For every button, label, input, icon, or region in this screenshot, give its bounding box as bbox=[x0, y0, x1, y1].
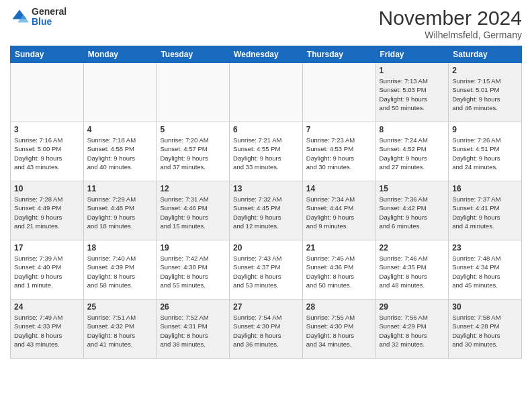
table-row: 26Sunrise: 7:52 AM Sunset: 4:31 PM Dayli… bbox=[157, 300, 230, 359]
day-info: Sunrise: 7:58 AM Sunset: 4:28 PM Dayligh… bbox=[452, 313, 518, 349]
table-row: 10Sunrise: 7:28 AM Sunset: 4:49 PM Dayli… bbox=[11, 181, 84, 240]
table-row: 3Sunrise: 7:16 AM Sunset: 5:00 PM Daylig… bbox=[11, 122, 84, 181]
table-row: 11Sunrise: 7:29 AM Sunset: 4:48 PM Dayli… bbox=[83, 181, 157, 240]
table-row: 30Sunrise: 7:58 AM Sunset: 4:28 PM Dayli… bbox=[449, 300, 522, 359]
table-row: 16Sunrise: 7:37 AM Sunset: 4:41 PM Dayli… bbox=[449, 181, 522, 240]
day-info: Sunrise: 7:28 AM Sunset: 4:49 PM Dayligh… bbox=[14, 195, 80, 230]
day-info: Sunrise: 7:46 AM Sunset: 4:35 PM Dayligh… bbox=[380, 254, 445, 289]
day-number: 14 bbox=[306, 184, 372, 193]
day-number: 30 bbox=[452, 302, 518, 312]
table-row: 28Sunrise: 7:55 AM Sunset: 4:30 PM Dayli… bbox=[302, 300, 375, 359]
col-wednesday: Wednesday bbox=[230, 46, 303, 63]
page-container: General Blue November 2024 Wilhelmsfeld,… bbox=[0, 0, 532, 411]
table-row: 25Sunrise: 7:51 AM Sunset: 4:32 PM Dayli… bbox=[83, 300, 157, 359]
day-number: 7 bbox=[306, 125, 372, 134]
table-row: 23Sunrise: 7:48 AM Sunset: 4:34 PM Dayli… bbox=[449, 240, 522, 300]
table-row bbox=[302, 63, 375, 122]
day-info: Sunrise: 7:45 AM Sunset: 4:36 PM Dayligh… bbox=[306, 254, 372, 289]
day-info: Sunrise: 7:29 AM Sunset: 4:48 PM Dayligh… bbox=[87, 195, 153, 230]
day-number: 11 bbox=[87, 184, 153, 193]
table-row: 22Sunrise: 7:46 AM Sunset: 4:35 PM Dayli… bbox=[375, 240, 449, 300]
day-number: 12 bbox=[160, 184, 226, 193]
calendar-table: Sunday Monday Tuesday Wednesday Thursday… bbox=[10, 46, 522, 359]
table-row: 8Sunrise: 7:24 AM Sunset: 4:52 PM Daylig… bbox=[375, 122, 449, 181]
calendar-week-row: 17Sunrise: 7:39 AM Sunset: 4:40 PM Dayli… bbox=[11, 240, 522, 300]
day-info: Sunrise: 7:31 AM Sunset: 4:46 PM Dayligh… bbox=[160, 195, 226, 230]
day-number: 16 bbox=[452, 184, 518, 193]
day-info: Sunrise: 7:37 AM Sunset: 4:41 PM Dayligh… bbox=[452, 195, 518, 230]
day-number: 18 bbox=[87, 243, 153, 253]
day-info: Sunrise: 7:54 AM Sunset: 4:30 PM Dayligh… bbox=[233, 313, 299, 349]
table-row bbox=[11, 63, 84, 122]
day-number: 22 bbox=[380, 243, 445, 253]
day-info: Sunrise: 7:51 AM Sunset: 4:32 PM Dayligh… bbox=[87, 313, 153, 349]
day-number: 3 bbox=[14, 125, 80, 134]
calendar-week-row: 10Sunrise: 7:28 AM Sunset: 4:49 PM Dayli… bbox=[11, 181, 522, 240]
day-info: Sunrise: 7:55 AM Sunset: 4:30 PM Dayligh… bbox=[306, 313, 372, 349]
table-row: 17Sunrise: 7:39 AM Sunset: 4:40 PM Dayli… bbox=[11, 240, 84, 300]
day-info: Sunrise: 7:24 AM Sunset: 4:52 PM Dayligh… bbox=[380, 136, 445, 171]
day-number: 19 bbox=[160, 243, 226, 253]
table-row: 27Sunrise: 7:54 AM Sunset: 4:30 PM Dayli… bbox=[230, 300, 303, 359]
day-info: Sunrise: 7:42 AM Sunset: 4:38 PM Dayligh… bbox=[160, 254, 226, 289]
calendar-week-row: 3Sunrise: 7:16 AM Sunset: 5:00 PM Daylig… bbox=[11, 122, 522, 181]
day-number: 9 bbox=[452, 125, 518, 134]
day-number: 4 bbox=[87, 125, 153, 134]
table-row: 15Sunrise: 7:36 AM Sunset: 4:42 PM Dayli… bbox=[375, 181, 449, 240]
table-row: 24Sunrise: 7:49 AM Sunset: 4:33 PM Dayli… bbox=[11, 300, 84, 359]
col-monday: Monday bbox=[83, 46, 157, 63]
logo-icon bbox=[10, 7, 29, 26]
day-info: Sunrise: 7:36 AM Sunset: 4:42 PM Dayligh… bbox=[380, 195, 445, 230]
table-row: 20Sunrise: 7:43 AM Sunset: 4:37 PM Dayli… bbox=[230, 240, 303, 300]
logo-blue-text: Blue bbox=[32, 17, 66, 27]
calendar-header-row: Sunday Monday Tuesday Wednesday Thursday… bbox=[11, 46, 522, 63]
header: General Blue November 2024 Wilhelmsfeld,… bbox=[10, 7, 522, 40]
logo-text: General Blue bbox=[32, 7, 66, 28]
table-row: 1Sunrise: 7:13 AM Sunset: 5:03 PM Daylig… bbox=[375, 63, 449, 122]
month-title: November 2024 bbox=[379, 7, 522, 30]
day-info: Sunrise: 7:39 AM Sunset: 4:40 PM Dayligh… bbox=[14, 254, 80, 289]
day-number: 5 bbox=[160, 125, 226, 134]
table-row: 12Sunrise: 7:31 AM Sunset: 4:46 PM Dayli… bbox=[157, 181, 230, 240]
day-info: Sunrise: 7:56 AM Sunset: 4:29 PM Dayligh… bbox=[380, 313, 445, 349]
day-info: Sunrise: 7:40 AM Sunset: 4:39 PM Dayligh… bbox=[87, 254, 153, 289]
day-info: Sunrise: 7:13 AM Sunset: 5:03 PM Dayligh… bbox=[380, 77, 445, 112]
day-info: Sunrise: 7:15 AM Sunset: 5:01 PM Dayligh… bbox=[452, 77, 518, 112]
day-info: Sunrise: 7:48 AM Sunset: 4:34 PM Dayligh… bbox=[452, 254, 518, 289]
day-info: Sunrise: 7:23 AM Sunset: 4:53 PM Dayligh… bbox=[306, 136, 372, 171]
day-info: Sunrise: 7:32 AM Sunset: 4:45 PM Dayligh… bbox=[233, 195, 299, 230]
table-row: 7Sunrise: 7:23 AM Sunset: 4:53 PM Daylig… bbox=[302, 122, 375, 181]
day-number: 25 bbox=[87, 302, 153, 312]
logo-general-text: General bbox=[32, 7, 66, 17]
day-info: Sunrise: 7:26 AM Sunset: 4:51 PM Dayligh… bbox=[452, 136, 518, 171]
table-row bbox=[230, 63, 303, 122]
day-number: 29 bbox=[380, 302, 445, 312]
day-number: 8 bbox=[380, 125, 445, 134]
day-number: 15 bbox=[380, 184, 445, 193]
day-info: Sunrise: 7:43 AM Sunset: 4:37 PM Dayligh… bbox=[233, 254, 299, 289]
day-info: Sunrise: 7:16 AM Sunset: 5:00 PM Dayligh… bbox=[14, 136, 80, 171]
logo: General Blue bbox=[10, 7, 66, 28]
col-thursday: Thursday bbox=[302, 46, 375, 63]
day-info: Sunrise: 7:20 AM Sunset: 4:57 PM Dayligh… bbox=[160, 136, 226, 171]
table-row: 19Sunrise: 7:42 AM Sunset: 4:38 PM Dayli… bbox=[157, 240, 230, 300]
day-number: 23 bbox=[452, 243, 518, 253]
table-row: 4Sunrise: 7:18 AM Sunset: 4:58 PM Daylig… bbox=[83, 122, 157, 181]
day-info: Sunrise: 7:34 AM Sunset: 4:44 PM Dayligh… bbox=[306, 195, 372, 230]
col-sunday: Sunday bbox=[11, 46, 84, 63]
table-row: 2Sunrise: 7:15 AM Sunset: 5:01 PM Daylig… bbox=[449, 63, 522, 122]
day-info: Sunrise: 7:49 AM Sunset: 4:33 PM Dayligh… bbox=[14, 313, 80, 349]
day-info: Sunrise: 7:52 AM Sunset: 4:31 PM Dayligh… bbox=[160, 313, 226, 349]
day-number: 17 bbox=[14, 243, 80, 253]
table-row: 29Sunrise: 7:56 AM Sunset: 4:29 PM Dayli… bbox=[375, 300, 449, 359]
day-info: Sunrise: 7:18 AM Sunset: 4:58 PM Dayligh… bbox=[87, 136, 153, 171]
col-saturday: Saturday bbox=[449, 46, 522, 63]
col-tuesday: Tuesday bbox=[157, 46, 230, 63]
day-number: 27 bbox=[233, 302, 299, 312]
table-row: 21Sunrise: 7:45 AM Sunset: 4:36 PM Dayli… bbox=[302, 240, 375, 300]
table-row: 9Sunrise: 7:26 AM Sunset: 4:51 PM Daylig… bbox=[449, 122, 522, 181]
calendar-week-row: 24Sunrise: 7:49 AM Sunset: 4:33 PM Dayli… bbox=[11, 300, 522, 359]
day-info: Sunrise: 7:21 AM Sunset: 4:55 PM Dayligh… bbox=[233, 136, 299, 171]
table-row bbox=[157, 63, 230, 122]
table-row: 6Sunrise: 7:21 AM Sunset: 4:55 PM Daylig… bbox=[230, 122, 303, 181]
